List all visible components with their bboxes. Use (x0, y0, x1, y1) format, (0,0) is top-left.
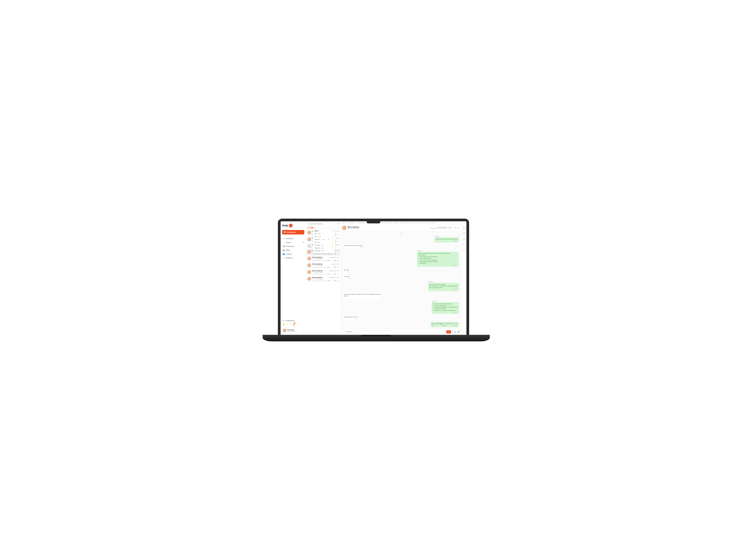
avatar (283, 328, 286, 332)
conv-time: Terça-feira, 13:00 (331, 264, 339, 265)
rail-tags[interactable]: 🏷Tags (463, 242, 465, 246)
rail-detalhes[interactable]: ☰Detalhes (463, 226, 466, 230)
contact-phone: +55 (11) 9 1234 5678 (347, 228, 359, 229)
search-box[interactable]: 🔍 (307, 222, 335, 225)
message-bubble: Olá Nome, tudo bem contigo?Sou a Atenden… (428, 283, 459, 291)
tabs-strip: Robô22Campanha22Integração999+Finalizado… (340, 221, 466, 224)
filter-row[interactable]: Finalizados999+★ (313, 249, 335, 252)
play-icon[interactable]: ▸ (432, 323, 434, 325)
sort-icon[interactable]: ≡ (338, 226, 339, 229)
nav-item-contatos[interactable]: 👥Contatos (282, 252, 304, 256)
config-link[interactable]: ⚙ Configurações (282, 319, 304, 322)
add-filter-icon[interactable]: + (315, 226, 316, 229)
mic-icon[interactable]: 🎤 (458, 331, 460, 333)
collapse-icon[interactable]: ‹ (304, 222, 305, 224)
nav-icon: 🤖 (283, 249, 285, 251)
filter-row[interactable]: Novos999+★ (313, 235, 335, 238)
send-button[interactable]: ➤ ▾ (446, 330, 451, 334)
conversation-item[interactable]: Nome | EmpresaSegunda-feira, 13:00✓✓Últi… (306, 269, 340, 276)
star-icon[interactable]: ★ (332, 233, 333, 235)
conv-time: Segunda-feira, 13:00 (329, 270, 339, 271)
tab[interactable]: Campanha22 (348, 222, 356, 223)
conv-name: Nome | Empresa (312, 263, 323, 265)
message-row: AtendentePara sempre podermos melhorar, … (343, 250, 459, 267)
nav-icon: ◔ (283, 237, 285, 240)
filter-row[interactable]: Filtro salvo…999+⋮↖★ (313, 238, 335, 241)
nav-item-relatórios[interactable]: 📄Relatórios (282, 256, 304, 260)
filter-count: 999+ (318, 236, 321, 237)
filter-row[interactable]: Campanha999+★ (313, 244, 335, 246)
nav-item-dashboard[interactable]: ◔Dashboard (282, 237, 304, 240)
timestamp-separator: 18:39 (398, 233, 404, 235)
cursor-icon: ↖ (328, 239, 330, 240)
emoji-icon[interactable]: ☺ (343, 331, 345, 333)
close-icon[interactable]: ✕ (459, 227, 460, 229)
nav-item-campanhas[interactable]: 📢Campanhas (282, 244, 304, 248)
filter-arrows-icon[interactable]: ↕ (331, 230, 332, 232)
transcript-toggle[interactable]: Transcrição ▾ (441, 325, 447, 326)
message-input-box[interactable]: ☺ (342, 330, 445, 334)
rail-transferir[interactable]: ⇄Transferir (462, 237, 466, 240)
tab[interactable]: Filtro salvo999+ (413, 222, 421, 223)
star-icon[interactable]: ★ (332, 247, 333, 249)
audio-progress[interactable] (441, 324, 456, 324)
conversation-item[interactable]: Nome | EmpresaSegunda-feira, 13:00✓✓Últi… (306, 276, 340, 283)
copy-icon[interactable]: ⧉ (454, 227, 455, 229)
star-icon[interactable]: ★ (332, 244, 333, 246)
idea-icon[interactable]: 💡 (283, 323, 285, 325)
kebab-icon[interactable]: ⋮ (302, 329, 304, 331)
logo-bubble-icon: ✦ (289, 223, 293, 228)
tab[interactable]: Filtro salvo999+ (385, 222, 393, 223)
bell-icon[interactable]: 🔔 (292, 323, 295, 325)
tab[interactable]: Filtro salvo999+ (403, 222, 411, 223)
message-bubble: Não, somente isso. Muito obrigada!18:40 (343, 244, 364, 249)
filter-title: Filtros (314, 230, 318, 232)
expand-icon[interactable]: ⤢ (456, 227, 458, 229)
volume-icon[interactable]: 🔊 (457, 323, 458, 324)
conv-name: Nome | Empresa (312, 277, 323, 278)
conversation-item[interactable]: Nome | EmpresaTerça-feira, 13:00✓✓Última… (306, 262, 340, 269)
rail-finalizar[interactable]: ✓Finalizar (463, 248, 465, 251)
rail-icon: ☰ (463, 226, 465, 229)
sender-label: Atendente (435, 236, 459, 237)
tab[interactable]: Mais 999… (431, 222, 436, 223)
user-profile[interactable]: Olivia Rhye olivia@untitledui.com ⋮ (282, 327, 304, 333)
nav-item-grupos[interactable]: ▭Grupos (282, 240, 304, 244)
filter-icon[interactable]: ⚗ (337, 223, 339, 225)
rail-apps[interactable]: ⊞Apps (463, 232, 465, 235)
message-row: Não, somente isso. Muito obrigada!18:40 (343, 244, 459, 249)
tab[interactable]: Filtro salvo999+ (394, 222, 402, 223)
filter-row[interactable]: Meus999+★ (313, 232, 335, 235)
message-row: AtendentePoderia te ajudar em mais algum… (343, 236, 459, 242)
read-tick-icon: ✓✓ (312, 278, 314, 279)
favorite-icon[interactable]: ♡ (335, 223, 337, 225)
tab[interactable]: Robô22 (341, 222, 347, 223)
tab[interactable]: Filtro salvo999+ (422, 222, 430, 223)
conversation-item[interactable]: Nome | EmpresaQuarta-feira, 13:00✓✓Últim… (306, 256, 340, 262)
contact-canal: Nome canal | +55 (11) 9 1234 5678 (430, 228, 447, 229)
search-icon: 🔍 (308, 223, 310, 224)
filter-row[interactable]: Robô999+★ (313, 241, 335, 244)
message-bubble: Para sempre podermos melhorar, você pode… (417, 251, 459, 267)
tab[interactable]: Integração999+ (357, 222, 365, 223)
message-time: 18:40 ✓✓ (436, 240, 458, 241)
hash-icon[interactable]: # (452, 331, 453, 333)
filter-row[interactable]: Integração999+★ (313, 246, 335, 249)
filter-count: 999+ (321, 245, 324, 246)
star-icon[interactable]: ★ (332, 250, 333, 251)
docs-icon[interactable]: ▫▫ (287, 323, 288, 325)
nav-item-rôbos[interactable]: 🤖Rôbos (282, 248, 304, 252)
filter-dots-icon[interactable]: ⋮ (326, 239, 328, 240)
chip-meus[interactable]: Meus 99 (307, 227, 314, 229)
message-input[interactable] (346, 331, 444, 332)
attachment-icon[interactable]: 📎 (454, 331, 457, 333)
nav-label: Contatos (286, 253, 292, 255)
star-icon[interactable]: ★ (332, 236, 333, 237)
help-icon[interactable]: ? (290, 323, 291, 325)
filter-add-icon[interactable]: + (333, 230, 333, 232)
star-icon[interactable]: ★ (332, 239, 333, 240)
star-icon[interactable]: ★ (332, 241, 333, 243)
atendimento-button[interactable]: 💬 Atendimento (282, 230, 304, 235)
tick-icon: ✓✓ (456, 265, 458, 266)
search-input[interactable] (311, 223, 334, 224)
